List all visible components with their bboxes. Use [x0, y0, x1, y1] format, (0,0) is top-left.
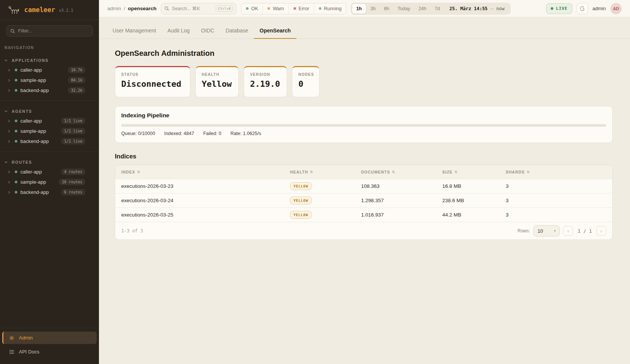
section-header-agents[interactable]: AGENTS [0, 107, 99, 116]
topbar: admin / opensearch Search... ⌘K Ctrl+K O… [99, 0, 630, 17]
rows-per-page-select[interactable]: 10 ▾ [533, 225, 560, 237]
chevron-down-icon [5, 110, 8, 112]
column-header-size[interactable]: SIZE⇅ [436, 170, 500, 174]
admin-tabs: User Management Audit Log OIDC Database … [99, 17, 630, 39]
filter-warn-button[interactable]: Warn [262, 3, 288, 14]
sidebar-item-agents-sample-app[interactable]: sample-app 1/1 live [0, 126, 99, 136]
sort-icon: ⇅ [310, 170, 313, 174]
previous-page-button[interactable]: ‹ [563, 226, 573, 236]
avatar[interactable]: AD [610, 3, 622, 14]
chevron-down-icon [5, 161, 8, 163]
status-dot [15, 191, 17, 194]
sidebar-item-routes-sample-app[interactable]: sample-app 16 routes [0, 177, 99, 187]
pipeline-failed: Failed: 0 [203, 131, 221, 136]
time-range-6h[interactable]: 6h [380, 3, 394, 14]
theme-toggle-button[interactable] [577, 3, 588, 14]
time-range-3h[interactable]: 3h [366, 3, 380, 14]
gear-icon [9, 335, 14, 341]
live-count-badge: 1/1 live [61, 118, 85, 124]
sidebar-item-applications-caller-app[interactable]: caller-app 10.7k [0, 65, 99, 75]
app-version: v3.2.1 [59, 8, 73, 12]
sidebar: cameleer v3.2.1 Filter... NAVIGATION APP… [0, 0, 99, 364]
sidebar-item-admin[interactable]: Admin [2, 332, 97, 344]
count-badge: 84.1k [68, 77, 85, 83]
sidebar-item-applications-sample-app[interactable]: sample-app 84.1k [0, 75, 99, 85]
error-status-dot [293, 7, 296, 10]
sort-icon: ⇅ [392, 170, 395, 174]
section-header-routes[interactable]: ROUTES [0, 158, 99, 167]
live-count-badge: 1/1 live [61, 128, 85, 134]
time-range-7d[interactable]: 7d [431, 3, 444, 14]
indices-title: Indices [115, 153, 613, 160]
live-dot [551, 7, 553, 10]
chevron-right-icon [8, 89, 12, 92]
global-search-input[interactable]: Search... ⌘K Ctrl+K [161, 3, 236, 14]
time-range-today[interactable]: Today [394, 3, 414, 14]
time-range-1h[interactable]: 1h [352, 3, 366, 14]
documents-cell: 1.016.937 [355, 212, 436, 218]
list-icon [9, 350, 14, 354]
breadcrumb: admin / opensearch [107, 6, 156, 11]
nodes-value: 0 [298, 79, 313, 89]
chevron-right-icon [8, 130, 12, 133]
sidebar-item-routes-caller-app[interactable]: caller-app 4 routes [0, 167, 99, 177]
version-value: 2.19.0 [250, 79, 281, 89]
tab-opensearch[interactable]: OpenSearch [254, 28, 296, 38]
ok-status-dot [246, 7, 249, 10]
filter-running-button[interactable]: Running [314, 3, 346, 14]
sort-icon: ⇅ [527, 170, 530, 174]
page-indicator: 1 / 1 [578, 228, 592, 234]
nav-section-title: NAVIGATION [5, 46, 99, 50]
app-root: cameleer v3.2.1 Filter... NAVIGATION APP… [0, 0, 630, 364]
status-filter-group: OK Warn Error Running [241, 3, 346, 14]
status-dot [15, 170, 17, 173]
stat-cards: STATUS Disconnected HEALTH Yellow VERSIO… [115, 66, 613, 97]
nav-section-agents: AGENTS caller-app 1/1 live sample-app 1/… [0, 103, 99, 146]
column-header-shards[interactable]: SHARDS⇅ [500, 170, 612, 174]
sidebar-item-api-docs[interactable]: API Docs [2, 346, 97, 358]
live-status-badge[interactable]: LIVE [546, 3, 572, 14]
size-cell: 44.2 MB [436, 212, 500, 218]
table-row: executions-2026-03-23 YELLOW 108.363 16.… [115, 179, 612, 193]
status-dot [15, 79, 17, 81]
time-from: 25. März 14:55 [449, 6, 488, 11]
sidebar-item-agents-backend-app[interactable]: backend-app 1/1 live [0, 136, 99, 146]
section-header-applications[interactable]: APPLICATIONS [0, 56, 99, 65]
time-range-display[interactable]: 25. März 14:55 — now [444, 6, 510, 11]
table-row: executions-2026-03-25 YELLOW 1.016.937 4… [115, 207, 612, 222]
breadcrumb-current: opensearch [128, 6, 157, 11]
sidebar-item-agents-caller-app[interactable]: caller-app 1/1 live [0, 116, 99, 126]
documents-cell: 108.363 [355, 183, 436, 189]
sidebar-filter-input[interactable]: Filter... [6, 25, 93, 37]
size-cell: 16.8 MB [436, 183, 500, 189]
app-name: cameleer [24, 6, 55, 14]
search-icon [10, 29, 15, 34]
next-page-button[interactable]: › [596, 226, 606, 236]
divider [0, 151, 99, 152]
tab-oidc[interactable]: OIDC [195, 28, 220, 38]
status-dot [15, 89, 17, 92]
page-body: OpenSearch Administration STATUS Disconn… [99, 39, 630, 240]
breadcrumb-parent[interactable]: admin [107, 6, 121, 11]
pipeline-stats: Queue: 0/10000 Indexed: 4847 Failed: 0 R… [121, 131, 606, 136]
routes-count-badge: 16 routes [59, 179, 85, 185]
health-cell: YELLOW [284, 211, 355, 219]
shards-cell: 3 [500, 198, 612, 203]
moon-icon [579, 6, 585, 11]
column-header-documents[interactable]: DOCUMENTS⇅ [355, 170, 436, 174]
tab-database[interactable]: Database [220, 28, 254, 38]
tab-user-management[interactable]: User Management [107, 28, 162, 38]
sidebar-item-routes-backend-app[interactable]: backend-app 6 routes [0, 187, 99, 197]
filter-error-button[interactable]: Error [289, 3, 314, 14]
chevron-left-icon: ‹ [567, 228, 569, 234]
size-cell: 238.6 MB [436, 198, 500, 203]
filter-ok-button[interactable]: OK [241, 3, 262, 14]
time-range-24h[interactable]: 24h [414, 3, 431, 14]
pipeline-rate: Rate: 1.0625/s [230, 131, 261, 136]
rows-per-page-label: Rows: [517, 228, 530, 233]
pipeline-indexed: Indexed: 4847 [164, 131, 194, 136]
column-header-index[interactable]: INDEX⇅ [115, 170, 284, 174]
sidebar-item-applications-backend-app[interactable]: backend-app 32.2k [0, 85, 99, 95]
column-header-health[interactable]: HEALTH⇅ [284, 170, 355, 174]
tab-audit-log[interactable]: Audit Log [162, 28, 195, 38]
